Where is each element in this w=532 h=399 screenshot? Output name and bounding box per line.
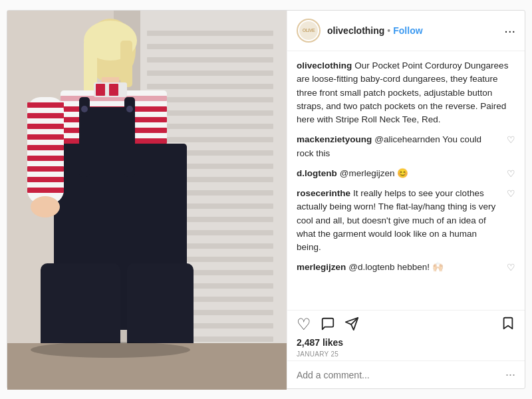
bookmark-button[interactable]: [501, 316, 515, 333]
comment-username[interactable]: oliveclothing: [297, 61, 352, 70]
like-comment-button[interactable]: ♡: [507, 188, 515, 199]
post-image: [7, 11, 287, 390]
svg-rect-50: [109, 84, 118, 96]
svg-rect-60: [27, 124, 64, 129]
comment-username[interactable]: merlegijzen: [297, 262, 346, 272]
comment-username[interactable]: d.logtenb: [297, 168, 337, 178]
likes-count: 2,487 likes: [297, 337, 515, 348]
actions-bar: ♡ 2,487 likes: [287, 310, 525, 360]
comment-username[interactable]: rosecerinthe: [297, 188, 350, 198]
comment-item: merlegijzen@d.logtenb hebben! 🙌🏻 ♡: [297, 261, 515, 274]
add-comment-input[interactable]: [297, 370, 505, 380]
avatar-image: OLIVE: [299, 21, 318, 40]
svg-rect-63: [27, 156, 64, 161]
svg-rect-3: [147, 31, 273, 36]
comment-item: d.logtenb@merlegijzen 😊 ♡: [297, 167, 515, 180]
comment-text: oliveclothingOur Pocket Point Corduroy D…: [297, 59, 515, 126]
svg-point-55: [81, 106, 88, 112]
svg-point-71: [31, 342, 190, 358]
post-date: JANUARY 25: [297, 350, 515, 358]
comments-area: oliveclothingOur Pocket Point Corduroy D…: [287, 51, 525, 310]
svg-rect-33: [120, 41, 132, 87]
post-card: OLIVE oliveclothing • Follow ··· olivecl…: [7, 10, 525, 389]
svg-rect-5: [147, 57, 273, 63]
follow-button[interactable]: Follow: [393, 25, 422, 36]
comment-item: mackenzietyoung@alicehearnden You could …: [297, 133, 515, 160]
svg-rect-64: [27, 166, 64, 172]
comment-item: rosecerintheIt really helps to see your …: [297, 187, 515, 254]
comment-text: d.logtenb@merlegijzen 😊: [297, 167, 500, 180]
action-icons-row: ♡: [297, 316, 515, 333]
svg-rect-62: [27, 145, 64, 150]
comment-text: mackenzietyoung@alicehearnden You could …: [297, 133, 500, 160]
svg-rect-61: [27, 134, 64, 140]
avatar[interactable]: OLIVE: [297, 19, 321, 43]
comment-body: @d.logtenb hebben! 🙌🏻: [348, 262, 444, 272]
svg-rect-66: [27, 188, 64, 193]
add-comment-bar: ···: [287, 360, 525, 388]
header-dot: •: [387, 25, 390, 36]
post-username[interactable]: oliveclothing: [327, 25, 384, 36]
svg-point-56: [126, 106, 133, 112]
svg-rect-49: [96, 84, 105, 96]
like-comment-button[interactable]: ♡: [507, 168, 515, 179]
svg-rect-7: [147, 84, 273, 89]
comment-username[interactable]: mackenzietyoung: [297, 134, 372, 144]
share-button[interactable]: [344, 317, 359, 333]
svg-rect-58: [27, 102, 64, 108]
comment-body: @merlegijzen 😊: [340, 168, 408, 178]
like-comment-button[interactable]: ♡: [507, 134, 515, 145]
comment-item: oliveclothingOur Pocket Point Corduroy D…: [297, 59, 515, 126]
more-options-button[interactable]: ···: [504, 24, 515, 37]
svg-rect-59: [27, 113, 64, 118]
comment-text: merlegijzen@d.logtenb hebben! 🙌🏻: [297, 261, 500, 274]
right-panel: OLIVE oliveclothing • Follow ··· olivecl…: [287, 11, 525, 388]
svg-rect-65: [27, 177, 64, 182]
like-comment-button[interactable]: ♡: [507, 262, 515, 273]
svg-point-67: [31, 196, 60, 217]
comment-button[interactable]: [321, 317, 335, 333]
like-button[interactable]: ♡: [297, 317, 311, 332]
comment-text: rosecerintheIt really helps to see your …: [297, 187, 500, 254]
post-header: OLIVE oliveclothing • Follow ···: [287, 11, 525, 51]
emoji-button[interactable]: ···: [505, 368, 515, 382]
svg-rect-4: [147, 44, 273, 49]
svg-rect-6: [147, 70, 273, 76]
